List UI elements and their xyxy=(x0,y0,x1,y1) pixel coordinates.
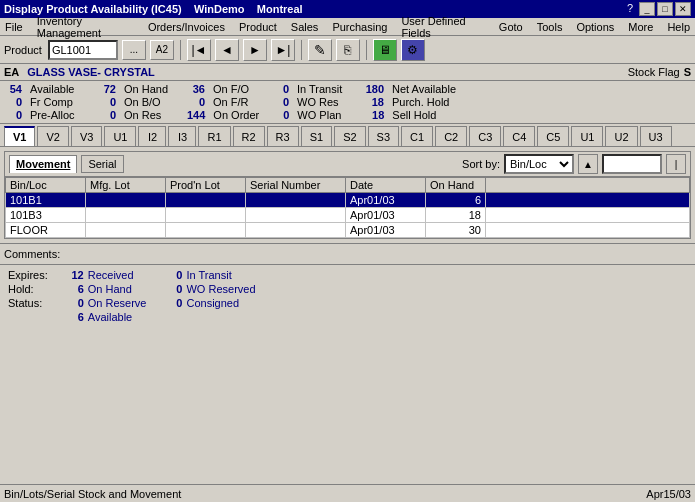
tab-movement[interactable]: Movement xyxy=(9,155,77,173)
tab-v3[interactable]: V3 xyxy=(71,126,102,146)
minimize-button[interactable]: _ xyxy=(639,2,655,16)
menu-options[interactable]: Options xyxy=(573,20,617,34)
tab-r3[interactable]: R3 xyxy=(267,126,299,146)
tab-u1b[interactable]: U1 xyxy=(571,126,603,146)
menu-tools[interactable]: Tools xyxy=(534,20,566,34)
bottom-consigned: 0 Consigned xyxy=(162,297,255,309)
consigned-lbl: Consigned xyxy=(186,297,239,309)
cell-date: Apr01/03 xyxy=(346,193,426,208)
a2-button[interactable]: A2 xyxy=(150,40,174,60)
stat-sellhold-num: 18 xyxy=(360,109,384,121)
cell-mfglot xyxy=(86,223,166,238)
first-button[interactable]: |◄ xyxy=(187,39,211,61)
sort-select[interactable]: Bin/Loc Date Serial xyxy=(504,154,574,174)
tab-u3[interactable]: U3 xyxy=(640,126,672,146)
tab-v2[interactable]: V2 xyxy=(37,126,68,146)
tab-r1[interactable]: R1 xyxy=(198,126,230,146)
movement-tabs: Movement Serial xyxy=(9,155,124,173)
tab-s1[interactable]: S1 xyxy=(301,126,332,146)
close-button[interactable]: ✕ xyxy=(675,2,691,16)
menu-file[interactable]: File xyxy=(2,20,26,34)
menu-product[interactable]: Product xyxy=(236,20,280,34)
ea-label: EA xyxy=(4,66,19,78)
icon2-button[interactable]: ⚙ xyxy=(401,39,425,61)
stock-flag-label: Stock Flag xyxy=(628,66,680,78)
available-lbl: Available xyxy=(88,311,132,323)
cell-serial xyxy=(246,223,346,238)
tab-serial[interactable]: Serial xyxy=(81,155,123,173)
product-input[interactable] xyxy=(48,40,118,60)
comments-label: Comments: xyxy=(4,248,60,260)
cell-extra xyxy=(486,193,690,208)
product-info-bar: EA GLASS VASE- CRYSTAL Stock Flag S xyxy=(0,64,695,81)
cell-mfglot xyxy=(86,208,166,223)
menu-user-fields[interactable]: User Defined Fields xyxy=(398,14,487,40)
menu-purchasing[interactable]: Purchasing xyxy=(329,20,390,34)
col-header-onhand: On Hand xyxy=(426,178,486,193)
menu-help[interactable]: Help xyxy=(664,20,693,34)
woreserved-num: 0 xyxy=(162,283,182,295)
menu-more[interactable]: More xyxy=(625,20,656,34)
stat-netavail-num: 180 xyxy=(360,83,384,95)
tab-i3[interactable]: I3 xyxy=(168,126,196,146)
stat-onhand-num: 72 xyxy=(98,83,116,95)
sort-go-button[interactable]: | xyxy=(666,154,686,174)
tab-c3[interactable]: C3 xyxy=(469,126,501,146)
tab-c5[interactable]: C5 xyxy=(537,126,569,146)
col-header-extra xyxy=(486,178,690,193)
table-row[interactable]: 101B1 Apr01/03 6 xyxy=(6,193,690,208)
stat-available-num: 54 xyxy=(4,83,22,95)
edit-button[interactable]: ✎ xyxy=(308,39,332,61)
tab-r2[interactable]: R2 xyxy=(233,126,265,146)
cell-binloc: 101B1 xyxy=(6,193,86,208)
bottom-available: 6 Available xyxy=(64,311,147,323)
table-row[interactable]: 101B3 Apr01/03 18 xyxy=(6,208,690,223)
menu-sales[interactable]: Sales xyxy=(288,20,322,34)
received-num: 12 xyxy=(64,269,84,281)
next-button[interactable]: ► xyxy=(243,39,267,61)
icon1-button[interactable]: 🖥 xyxy=(373,39,397,61)
cell-date: Apr01/03 xyxy=(346,223,426,238)
sort-asc-button[interactable]: ▲ xyxy=(578,154,598,174)
table-row[interactable]: FLOOR Apr01/03 30 xyxy=(6,223,690,238)
product-name: GLASS VASE- CRYSTAL xyxy=(27,66,155,78)
menu-orders[interactable]: Orders/Invoices xyxy=(145,20,228,34)
sort-filter-input[interactable] xyxy=(602,154,662,174)
cell-serial xyxy=(246,193,346,208)
tab-s3[interactable]: S3 xyxy=(368,126,399,146)
tab-u1[interactable]: U1 xyxy=(104,126,136,146)
tab-c1[interactable]: C1 xyxy=(401,126,433,146)
menu-bar: File Inventory Management Orders/Invoice… xyxy=(0,18,695,36)
prev-button[interactable]: ◄ xyxy=(215,39,239,61)
last-button[interactable]: ►| xyxy=(271,39,295,61)
stock-flag-section: Stock Flag S xyxy=(628,66,691,78)
col-header-prodlot: Prod'n Lot xyxy=(166,178,246,193)
product-search-button[interactable]: ... xyxy=(122,40,146,60)
stock-flag-value: S xyxy=(684,66,691,78)
menu-goto[interactable]: Goto xyxy=(496,20,526,34)
stat-intransit-lbl: In Transit xyxy=(297,83,352,95)
cell-binloc: FLOOR xyxy=(6,223,86,238)
tab-v1[interactable]: V1 xyxy=(4,126,35,146)
separator xyxy=(180,40,181,60)
stat-frcomp-num: 0 xyxy=(4,96,22,108)
menu-inventory[interactable]: Inventory Management xyxy=(34,14,137,40)
stat-onres-num: 0 xyxy=(98,109,116,121)
movement-table: Bin/Loc Mfg. Lot Prod'n Lot Serial Numbe… xyxy=(5,177,690,238)
bottom-onhand: 6 On Hand xyxy=(64,283,147,295)
tab-c4[interactable]: C4 xyxy=(503,126,535,146)
onhand-num: 6 xyxy=(64,283,84,295)
label-expires: Expires: xyxy=(8,269,48,281)
comments-section: Comments: xyxy=(0,243,695,264)
stat-onorder-lbl: On Order xyxy=(213,109,263,121)
stat-prealloc-lbl: Pre-Alloc xyxy=(30,109,90,121)
stat-wores-num: 0 xyxy=(271,96,289,108)
copy-button[interactable]: ⎘ xyxy=(336,39,360,61)
tab-i2[interactable]: I2 xyxy=(138,126,166,146)
tab-c2[interactable]: C2 xyxy=(435,126,467,146)
cell-onhand: 30 xyxy=(426,223,486,238)
tab-s2[interactable]: S2 xyxy=(334,126,365,146)
stat-onbo-lbl: On B/O xyxy=(124,96,179,108)
tab-u2[interactable]: U2 xyxy=(605,126,637,146)
maximize-button[interactable]: □ xyxy=(657,2,673,16)
